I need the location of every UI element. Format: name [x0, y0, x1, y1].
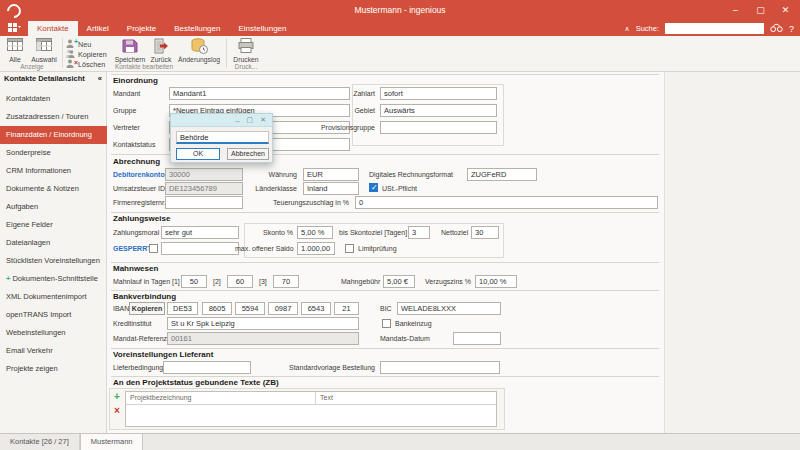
iban-segment-3[interactable] — [235, 302, 265, 315]
waehrung-combobox[interactable]: EUR — [303, 168, 359, 181]
saldo-input[interactable] — [297, 242, 335, 255]
sidebar-item-dateianlagen[interactable]: Dateianlagen — [0, 234, 107, 252]
sidebar-item-crm-informationen[interactable]: CRM Informationen — [0, 162, 107, 180]
close-button[interactable]: ✕ — [773, 0, 798, 21]
input-dialog: – ▢ ✕ OK Abbrechen — [170, 113, 273, 163]
tab-projekte[interactable]: Projekte — [118, 21, 165, 36]
tab-artikel[interactable]: Artikel — [78, 21, 118, 36]
dialog-cancel-button[interactable]: Abbrechen — [227, 148, 269, 160]
laenderklasse-combobox[interactable]: Inland — [303, 182, 359, 195]
gebiet-combobox[interactable]: Auswärts — [380, 104, 497, 117]
add-row-icon[interactable]: + — [114, 392, 120, 402]
skontoziel-input[interactable] — [408, 226, 430, 239]
sidebar-item-zusatzadressen[interactable]: Zusatzadressen / Touren — [0, 108, 107, 126]
iban-label: IBAN — [113, 302, 127, 315]
column-text[interactable]: Text — [316, 392, 333, 404]
sidebar-item-kontaktdaten[interactable]: Kontaktdaten — [0, 90, 107, 108]
skonto-input[interactable] — [297, 226, 333, 239]
sidebar-item-projekte-zeigen[interactable]: Projekte zeigen — [0, 360, 107, 378]
iban-segment-4[interactable] — [268, 302, 298, 315]
search-input[interactable] — [665, 23, 764, 34]
projektstatus-texte-table[interactable]: Projektbezeichnung Text — [125, 391, 497, 427]
tab-bestellungen[interactable]: Bestellungen — [165, 21, 229, 36]
statusbar-tab-mustermann[interactable]: Mustermann — [80, 434, 144, 450]
iban-kopieren-button[interactable]: Kopieren — [129, 302, 165, 315]
sidebar-item-dokumente-notizen[interactable]: Dokumente & Notizen — [0, 180, 107, 198]
tab-kontakte[interactable]: Kontakte — [28, 21, 78, 36]
teuerungszuschlag-input[interactable] — [355, 196, 658, 209]
dialog-ok-button[interactable]: OK — [176, 148, 220, 160]
mahngebuehr-input[interactable] — [383, 275, 415, 288]
table-all-icon — [4, 38, 26, 56]
mandat-referenz-label: Mandat-Referenz — [113, 332, 163, 345]
minimize-button[interactable]: – — [723, 0, 748, 21]
sidebar-item-xml-dokumentenimport[interactable]: XML Dokumentenimport — [0, 288, 107, 306]
section-separator — [111, 212, 659, 213]
limitpruefung-label: Limitprüfung — [358, 242, 418, 255]
standardvorlage-combobox[interactable] — [380, 361, 500, 374]
app-menu-icon[interactable] — [8, 23, 21, 35]
sidebar-item-stuecklisten[interactable]: Stücklisten Voreinstellungen — [0, 252, 107, 270]
kreditinstitut-input[interactable] — [167, 317, 359, 330]
sidebar-item-webeinstellungen[interactable]: Webeinstellungen — [0, 324, 107, 342]
nettoziel-input[interactable] — [471, 226, 499, 239]
sidebar-collapse-icon[interactable]: « — [98, 74, 102, 83]
mahnlauf2-input[interactable] — [227, 275, 253, 288]
tab-einstellungen[interactable]: Einstellungen — [229, 21, 295, 36]
kopieren-button[interactable]: Kopieren — [66, 49, 107, 59]
debitorenkonto-link[interactable]: Debitorenkonto — [113, 168, 163, 181]
delete-row-icon[interactable]: × — [114, 406, 120, 416]
gesperrt-combobox[interactable] — [161, 242, 239, 255]
bankeinzug-label: Bankeinzug — [395, 317, 445, 330]
gesperrt-checkbox[interactable] — [149, 244, 158, 253]
sidebar-item-aufgaben[interactable]: Aufgaben — [0, 198, 107, 216]
binoculars-icon[interactable] — [770, 23, 783, 35]
titlebar: Mustermann - ingenious – ▢ ✕ — [0, 0, 800, 21]
sidebar-item-dokumenten-schnittstelle[interactable]: +Dokumenten-Schnittstelle — [0, 270, 107, 288]
dialog-text-input[interactable] — [176, 131, 269, 144]
mahnlauf-label: Mahnlauf in Tagen [1] — [113, 275, 179, 288]
dialog-close-button[interactable]: ✕ — [260, 116, 266, 124]
save-floppy-icon — [114, 38, 146, 56]
sidebar-item-email-verkehr[interactable]: Email Verkehr — [0, 342, 107, 360]
neu-button[interactable]: + Neu — [66, 39, 91, 49]
help-icon[interactable]: ? — [789, 24, 794, 34]
zahlungsmoral-value: sehr gut — [162, 227, 227, 238]
maximize-button[interactable]: ▢ — [748, 0, 773, 21]
iban-segment-2[interactable] — [202, 302, 232, 315]
dialog-maximize-button[interactable]: ▢ — [247, 116, 254, 124]
dialog-minimize-button[interactable]: – — [236, 117, 240, 124]
mahnlauf1-input[interactable] — [181, 275, 207, 288]
iban-segment-6[interactable] — [334, 302, 359, 315]
sidebar-item-sonderpreise[interactable]: Sonderpreise — [0, 144, 107, 162]
mahnlauf3-input[interactable] — [273, 275, 299, 288]
mandats-datum-label: Mandats-Datum — [380, 332, 432, 345]
waehrung-label: Währung — [227, 168, 297, 181]
zahlungsmoral-label: Zahlungsmoral — [113, 226, 159, 239]
rechnungsformat-combobox[interactable]: ZUGFeRD — [467, 168, 537, 181]
iban-segment-5[interactable] — [301, 302, 331, 315]
ust-pflicht-label: USt.-Pflicht — [382, 182, 442, 195]
column-projektbezeichnung[interactable]: Projektbezeichnung — [126, 392, 316, 404]
collapse-ribbon-icon[interactable]: ∧ — [625, 21, 630, 36]
mandats-datum-picker[interactable] — [453, 332, 501, 345]
zahlart-combobox[interactable]: sofort — [380, 87, 497, 100]
sidebar-item-finanzdaten[interactable]: Finanzdaten / Einordnung — [0, 126, 107, 144]
bankeinzug-checkbox[interactable] — [382, 319, 391, 328]
saldo-label: max. offener Saldo — [235, 242, 293, 255]
mahnlauf3-label: [3] — [259, 275, 271, 288]
sidebar-item-opentrans-import[interactable]: openTRANS Import — [0, 306, 107, 324]
iban-segment-1[interactable] — [167, 302, 198, 315]
statusbar-tab-kontakte[interactable]: Kontakte [26 / 27] — [0, 434, 80, 450]
table-header-row: Projektbezeichnung Text — [126, 392, 496, 405]
limitpruefung-checkbox[interactable] — [345, 244, 354, 253]
zahlungsmoral-combobox[interactable]: sehr gut — [161, 226, 239, 239]
provisionsgruppe-combobox[interactable] — [380, 121, 497, 134]
lieferbedingungen-combobox[interactable] — [163, 361, 251, 374]
bic-input[interactable] — [397, 302, 501, 315]
ust-pflicht-checkbox[interactable] — [369, 183, 378, 192]
section-title-zahlungsweise: Zahlungsweise — [113, 214, 170, 223]
verzugszins-input[interactable] — [475, 275, 517, 288]
sidebar-item-eigene-felder[interactable]: Eigene Felder — [0, 216, 107, 234]
rechnungsformat-value: ZUGFeRD — [468, 169, 525, 180]
